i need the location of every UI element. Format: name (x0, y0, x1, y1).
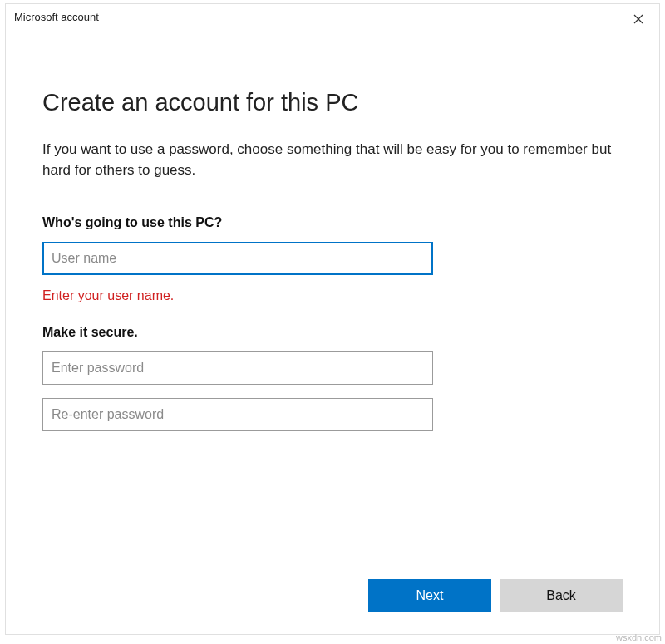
dialog-window: Microsoft account Create an account for … (5, 3, 660, 635)
close-icon (633, 14, 643, 24)
dialog-footer: Next Back (6, 579, 659, 634)
username-error: Enter your user name. (42, 288, 623, 303)
titlebar: Microsoft account (6, 4, 659, 31)
password-input[interactable] (42, 351, 433, 385)
window-title: Microsoft account (14, 9, 99, 23)
password-section-label: Make it secure. (42, 325, 623, 340)
username-input[interactable] (42, 242, 433, 275)
next-button[interactable]: Next (368, 579, 491, 612)
back-button[interactable]: Back (500, 579, 623, 612)
username-input-wrap (42, 242, 623, 275)
password-input-wrap (42, 351, 623, 385)
page-heading: Create an account for this PC (42, 89, 623, 116)
page-description: If you want to use a password, choose so… (42, 140, 616, 180)
watermark: wsxdn.com (616, 632, 662, 642)
close-button[interactable] (626, 9, 651, 29)
dialog-content: Create an account for this PC If you wan… (6, 31, 659, 579)
password-confirm-input[interactable] (42, 398, 433, 431)
password-confirm-input-wrap (42, 398, 623, 431)
username-section-label: Who's going to use this PC? (42, 215, 623, 230)
